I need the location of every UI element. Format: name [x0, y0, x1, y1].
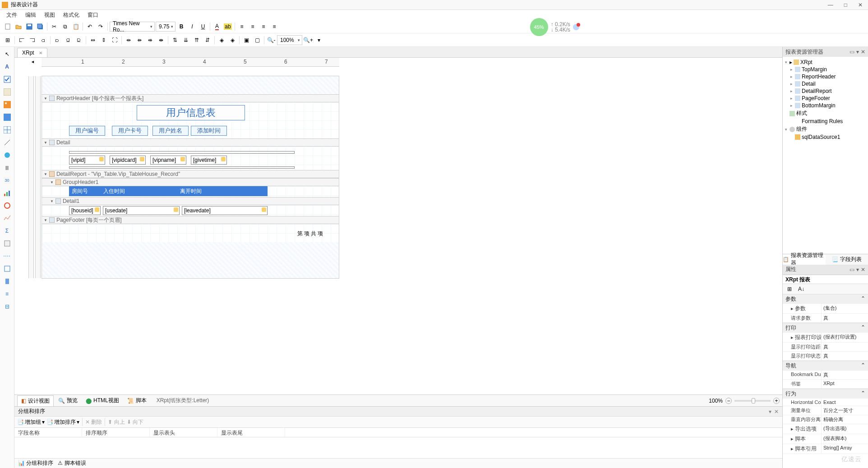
minimize-button[interactable]: — [828, 2, 833, 8]
align-bottoms-button[interactable]: ⫒ [74, 35, 84, 45]
pager-label[interactable]: 第 项 共 项 [295, 229, 325, 239]
move-down-button[interactable]: ⬇ 向下 [127, 418, 143, 426]
pointer-tool[interactable]: ↖ [2, 49, 13, 60]
menu-file[interactable]: 文件 [4, 10, 20, 20]
tab-report-explorer[interactable]: 📋 报表资源管理器 [783, 254, 826, 265]
subreport-tool[interactable] [2, 238, 13, 249]
copy-button[interactable]: ⧉ [60, 22, 70, 32]
zoom-drop-button[interactable]: ▾ [314, 35, 324, 45]
tab-field-list[interactable]: 📃 字段列表 [826, 254, 868, 265]
report-title-label[interactable]: 用户信息表 [137, 105, 245, 120]
maximize-button[interactable]: □ [844, 2, 847, 8]
menu-edit[interactable]: 编辑 [23, 10, 39, 20]
align-middles-button[interactable]: ⫑ [63, 35, 73, 45]
reportheader-band-caption[interactable]: ▼ReportHeader [每个报表一个报表头] [42, 94, 339, 102]
saveall-button[interactable] [35, 22, 45, 32]
zoom-in-button[interactable]: 🔍+ [303, 35, 313, 45]
pageinfo-tool[interactable]: ≡ [2, 289, 13, 299]
font-family-select[interactable]: Times New Ro... [110, 22, 155, 32]
align-center-button[interactable]: ≡ [248, 22, 258, 32]
cut-button[interactable]: ✂ [49, 22, 59, 32]
tab-group-sort[interactable]: 📊 分组和排序 [18, 459, 53, 467]
underline-button[interactable]: U [198, 22, 208, 32]
cellular-tool[interactable]: ⊟ [2, 301, 13, 312]
tab-design-view[interactable]: ◧设计视图 [17, 395, 54, 406]
send-back-button[interactable]: ▢ [252, 35, 262, 45]
group-header-row[interactable]: 房间号 入住时间 离开时间 [69, 186, 268, 196]
explorer-window-icon[interactable]: ▭ [850, 49, 854, 55]
explorer-pin-icon[interactable]: ▾ [856, 49, 859, 55]
panel-tool[interactable] [2, 112, 13, 123]
open-button[interactable] [14, 22, 23, 32]
delete-button[interactable]: ✕ 删除 [85, 418, 102, 426]
crossbandbox-tool[interactable] [2, 276, 13, 287]
panel-close-icon[interactable]: ✕ [774, 408, 779, 415]
vspace-dec-button[interactable]: ⇈ [192, 35, 202, 45]
tab-script-errors[interactable]: ⚠ 脚本错误 [58, 459, 86, 467]
italic-button[interactable]: I [187, 22, 197, 32]
field-usedate[interactable]: [usedate] [103, 206, 180, 215]
col-showheader[interactable]: 显示表头 [150, 428, 217, 437]
same-size-button[interactable]: ⛶ [110, 35, 120, 45]
crossbandline-tool[interactable] [2, 263, 13, 274]
barcode-tool[interactable]: ||| [2, 162, 13, 173]
hspace-equal-button[interactable]: ⇹ [124, 35, 134, 45]
checkbox-tool[interactable] [2, 74, 13, 85]
tab-html-view[interactable]: ⬤HTML视图 [82, 395, 123, 406]
align-centers-button[interactable]: ⫎ [28, 35, 37, 45]
props-window-icon[interactable]: ▭ [850, 266, 854, 273]
pagebreak-tool[interactable] [2, 251, 13, 262]
align-rights-button[interactable]: ⫏ [38, 35, 48, 45]
gauge-tool[interactable] [2, 200, 13, 211]
bold-button[interactable]: B [176, 22, 186, 32]
paste-button[interactable]: 📋 [71, 22, 81, 32]
hspace-inc-button[interactable]: ⇻ [134, 35, 144, 45]
col-sortorder[interactable]: 排序顺序 [82, 428, 150, 437]
center-h-button[interactable]: ◈ [217, 35, 226, 45]
detailreport-band-caption[interactable]: ▼DetailReport - "Vip_Table.Vip_TableHous… [42, 170, 339, 178]
close-button[interactable]: ✕ [858, 2, 863, 8]
field-houseid[interactable]: [houseid] [69, 206, 101, 215]
field-vipid[interactable]: [vipid] [69, 156, 105, 165]
hspace-dec-button[interactable]: ⇺ [145, 35, 155, 45]
col-fieldname[interactable]: 字段名称 [14, 428, 82, 437]
field-givetime[interactable]: [givetime] [191, 156, 227, 165]
header-userid[interactable]: 用户编号 [69, 126, 105, 136]
align-left-button[interactable]: ≡ [237, 22, 247, 32]
doc-tab[interactable]: XRpt ✕ [17, 48, 47, 57]
sparkline-tool[interactable] [2, 213, 13, 224]
header-usercard[interactable]: 用户卡号 [112, 126, 148, 136]
pagefooter-band-caption[interactable]: ▼PageFooter [每页一个页眉] [42, 216, 339, 224]
highlight-button[interactable]: ab [223, 22, 233, 32]
zipcode-tool[interactable]: 30 [2, 175, 13, 186]
richtext-tool[interactable] [2, 87, 13, 97]
property-object[interactable]: XRpt 报表 [783, 275, 868, 284]
font-size-select[interactable]: 9.75 [156, 22, 175, 32]
shape-tool[interactable] [2, 150, 13, 161]
zoom-select[interactable]: 100% [277, 35, 302, 45]
field-leavedate[interactable]: [leavedate] [182, 206, 268, 215]
same-width-button[interactable]: ⇔ [88, 35, 98, 45]
add-sort-button[interactable]: 📑增加排序▾ [46, 418, 79, 426]
line-tool[interactable] [2, 137, 13, 148]
zoom-slider[interactable] [734, 400, 771, 402]
zoom-in-icon[interactable]: + [773, 398, 780, 404]
picture-tool[interactable] [2, 99, 13, 110]
vspace-inc-button[interactable]: ⇊ [181, 35, 191, 45]
align-lefts-button[interactable]: ⫍ [17, 35, 27, 45]
prop-categorized-icon[interactable]: ⊞ [785, 284, 794, 294]
font-color-button[interactable]: A [212, 22, 222, 32]
detail-band-caption[interactable]: ▼Detail [42, 138, 339, 147]
props-close-icon[interactable]: ✕ [861, 266, 865, 273]
col-showfooter[interactable]: 显示表尾 [217, 428, 285, 437]
menu-window[interactable]: 窗口 [85, 10, 101, 20]
panel-pin-icon[interactable]: ▾ [769, 408, 771, 415]
undo-button[interactable]: ↶ [85, 22, 95, 32]
label-tool[interactable]: A [2, 61, 13, 72]
menu-view[interactable]: 视图 [42, 10, 58, 20]
zoom-out-icon[interactable]: − [725, 398, 732, 404]
vspace-remove-button[interactable]: ⇵ [203, 35, 212, 45]
tab-preview[interactable]: 🔍预览 [55, 395, 81, 406]
align-right-button[interactable]: ≡ [259, 22, 268, 32]
prop-alphabetical-icon[interactable]: A↓ [796, 284, 806, 294]
